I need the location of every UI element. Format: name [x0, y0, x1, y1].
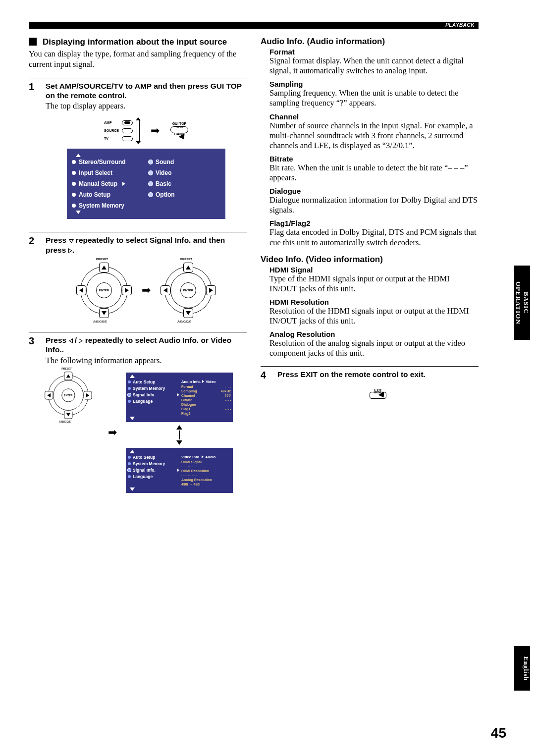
- nav-pad: PRESET ENTER A/B/C/D/E: [161, 264, 215, 317]
- nav-pad: PRESET ENTER A/B/C/D/E: [77, 264, 131, 317]
- intro-paragraph: You can display the type, format and sam…: [29, 49, 247, 69]
- nav-right-icon: [68, 248, 72, 253]
- switch-pos-tv: [122, 136, 133, 141]
- menu-item: Option: [149, 191, 220, 198]
- video-info-heading: Video Info. (Video information): [261, 255, 479, 265]
- menu-item: Sound: [149, 159, 220, 165]
- signal-info-audio-screen: Auto Setup System Memory Signal Info. La…: [126, 373, 233, 422]
- sub-heading: Dialogue: [269, 187, 479, 195]
- nav-pad: PRESET ENTER A/B/C/D/E: [46, 373, 91, 418]
- menu-item: Manual Setup: [72, 180, 144, 187]
- step-number: 1: [29, 81, 40, 224]
- audio-info-heading: Audio Info. (Audio information): [261, 37, 479, 47]
- divider: [29, 232, 247, 232]
- sub-heading: Flag1/Flag2: [269, 219, 479, 227]
- step-number: 2: [29, 235, 40, 324]
- divider: [29, 78, 247, 78]
- gui-top-button: GUI TOP TITLE BAND: [170, 122, 188, 140]
- enter-button: ENTER: [96, 282, 112, 298]
- figure-row: PRESET ENTER A/B/C/D/E ➡ PRESET: [46, 264, 247, 317]
- step-body: Set AMP/SOURCE/TV to AMP and then press …: [46, 81, 247, 224]
- nav-left-icon: [69, 338, 73, 343]
- nav-left-btn: [76, 285, 86, 295]
- submenu-arrow-icon: [122, 182, 125, 186]
- label-source: SOURCE: [104, 128, 119, 133]
- paragraph: Signal format display. When the unit can…: [269, 56, 479, 76]
- label-preset: PRESET: [180, 258, 192, 261]
- scroll-up-icon: [76, 154, 81, 157]
- step-title: Press / repeatedly to select Audio Info.…: [46, 335, 247, 355]
- switch-ovals: [122, 120, 133, 141]
- step-number: 4: [261, 370, 271, 397]
- up-down-arrows-icon: [176, 425, 182, 445]
- nav-up-btn: [183, 263, 193, 272]
- sub-heading: Sampling: [269, 80, 479, 88]
- arrow-right-icon: ➡: [142, 284, 151, 297]
- side-tab-operation: BASIC OPERATION: [514, 266, 530, 340]
- label-amp: AMP: [104, 120, 119, 125]
- gui-top-menu: Stereo/Surround Sound Input Select Video…: [67, 149, 225, 219]
- side-tab-language: English: [514, 646, 530, 691]
- right-column: Audio Info. (Audio information) Format S…: [261, 37, 479, 493]
- enter-button: ENTER: [180, 282, 196, 298]
- step-2: 2 Press repeatedly to select Signal Info…: [29, 235, 247, 324]
- step-3: 3 Press / repeatedly to select Audio Inf…: [29, 335, 247, 493]
- nav-down-btn: [99, 308, 109, 318]
- btn-label-top: GUI TOP: [172, 122, 187, 125]
- menu-item: Video: [149, 169, 220, 176]
- menu-item: Basic: [149, 180, 220, 187]
- step-title: Press repeatedly to select Signal Info. …: [46, 235, 247, 255]
- sub-heading: HDMI Signal: [269, 266, 479, 274]
- page-number: 45: [491, 725, 506, 741]
- figure-row: AMP SOURCE TV ➡: [46, 120, 247, 142]
- step-1: 1 Set AMP/SOURCE/TV to AMP and then pres…: [29, 81, 247, 224]
- square-bullet-icon: [29, 38, 37, 46]
- two-columns: Displaying information about the input s…: [29, 37, 479, 493]
- signal-info-video-screen: Auto Setup System Memory Signal Info. La…: [126, 448, 233, 493]
- section-title-text: Displaying information about the input s…: [43, 37, 227, 47]
- menu-item: Stereo/Surround: [72, 159, 144, 165]
- sub-heading: Analog Resolution: [269, 330, 479, 338]
- paragraph: Resolution of the analog signals input o…: [269, 338, 479, 358]
- paragraph: Number of source channels in the input s…: [269, 121, 479, 151]
- step-4: 4 Press EXIT on the remote control to ex…: [261, 370, 479, 397]
- sub-heading: HDMI Resolution: [269, 298, 479, 306]
- paragraph: Dialogue normalization information for D…: [269, 195, 479, 215]
- paragraph: Bit rate. When the unit is unable to det…: [269, 163, 479, 183]
- exit-button-figure: EXIT MENU: [358, 388, 398, 398]
- sub-heading: Format: [269, 48, 479, 56]
- header-label: PLAYBACK: [445, 22, 475, 29]
- btn-label-mid: TITLE: [175, 125, 184, 128]
- slide-arrows-icon: [137, 120, 140, 142]
- nav-down-btn: [183, 308, 193, 318]
- nav-down-icon: [69, 239, 74, 243]
- step-title: Press EXIT on the remote control to exit…: [277, 370, 479, 379]
- menu-item: Auto Setup: [72, 191, 144, 198]
- paragraph: Sampling frequency. When the unit is una…: [269, 88, 479, 108]
- arrow-right-icon: ➡: [108, 426, 117, 439]
- label-tv: TV: [104, 136, 119, 141]
- nav-right-btn: [206, 285, 216, 295]
- step-subtext: The top display appears.: [46, 101, 247, 111]
- scroll-down-icon: [76, 211, 81, 214]
- paragraph: Flag data encoded in Dolby Digital, DTS …: [269, 227, 479, 247]
- nav-right-btn: [122, 285, 132, 295]
- switch-pos-source: [122, 128, 133, 133]
- arrow-right-icon: ➡: [151, 124, 160, 137]
- menu-item: Input Select: [72, 169, 144, 176]
- label-abcde: A/B/C/D/E: [177, 320, 191, 323]
- menu-item: System Memory: [72, 202, 144, 209]
- nav-up-btn: [99, 263, 109, 272]
- sub-heading: Channel: [269, 112, 479, 121]
- divider: [29, 332, 247, 332]
- label-abcde: A/B/C/D/E: [93, 320, 107, 323]
- amp-source-tv-switch: AMP SOURCE TV: [104, 120, 140, 142]
- nav-left-btn: [160, 285, 170, 295]
- paragraph: Resolution of the HDMI signals input or …: [269, 306, 479, 326]
- step-number: 3: [29, 335, 40, 493]
- paragraph: Type of the HDMI signals input or output…: [269, 274, 479, 294]
- step-title: Set AMP/SOURCE/TV to AMP and then press …: [46, 81, 247, 101]
- left-column: Displaying information about the input s…: [29, 37, 247, 493]
- divider: [261, 366, 479, 367]
- sub-heading: Bitrate: [269, 155, 479, 163]
